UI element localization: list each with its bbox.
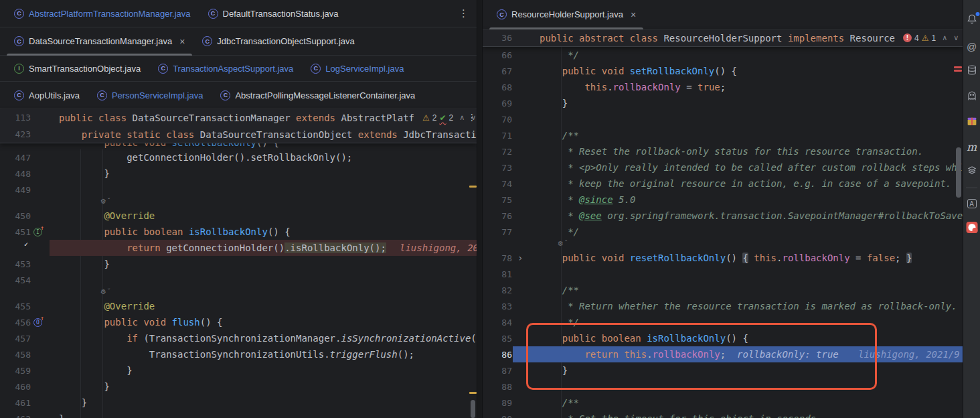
code-line[interactable]: 455 @Override (0, 298, 477, 314)
code-line[interactable]: 76 * @see org.springframework.transactio… (483, 208, 963, 224)
code-line[interactable]: 70 (483, 111, 963, 127)
implements-marker-icon[interactable]: I↑ (33, 228, 42, 236)
editor-tab[interactable]: CDataSourceTransactionManager.java× (5, 27, 193, 55)
editor-tab[interactable]: CAbstractPollingMessageListenerContainer… (212, 82, 424, 109)
sticky-code-line[interactable]: 36public abstract class ResourceHolderSu… (483, 29, 963, 46)
left-vertical-scrollbar[interactable] (471, 400, 475, 418)
editor-tab[interactable]: CResourceHolderSupport.java× (488, 0, 645, 29)
overrides-marker-icon[interactable]: O↑ (33, 318, 42, 327)
prev-marker-chevron-icon[interactable]: ∧ (459, 113, 465, 122)
code-line[interactable]: 458 TransactionSynchronizationUtils.trig… (0, 346, 477, 362)
error-icon[interactable]: ! (903, 33, 912, 42)
code-line[interactable]: 78› public void resetRollbackOnly() { th… (483, 250, 963, 266)
warning-icon[interactable]: ⚠ (422, 113, 430, 123)
tab-options-kebab-icon[interactable]: ⋮ (456, 7, 471, 19)
code-line[interactable]: 450 @Override (0, 208, 477, 224)
code-line[interactable]: 86 return this.rollbackOnly; rollbackOnl… (483, 346, 963, 362)
close-tab-icon[interactable]: × (631, 10, 636, 19)
code-line[interactable]: 457 if (TransactionSynchronizationManage… (0, 330, 477, 346)
code-vision-inlay-icon[interactable]: ⚙ˇ (558, 240, 567, 247)
close-tab-icon[interactable]: × (179, 37, 185, 46)
code-line[interactable]: 449 (0, 182, 477, 198)
code-line[interactable]: 454 (0, 272, 477, 288)
code-line[interactable]: 81 (483, 266, 963, 282)
fold-arrow-icon[interactable]: › (515, 253, 523, 263)
code-line[interactable]: 459 } (0, 362, 477, 378)
code-vision-inlay-icon[interactable]: ⚙ˇ (100, 198, 110, 205)
code-line[interactable]: 68 this.rollbackOnly = true; (483, 79, 963, 95)
code-line[interactable]: 82 /** (483, 282, 963, 298)
code-line[interactable]: 451I↑ public boolean isRollbackOnly() { (0, 224, 477, 240)
code-line[interactable]: 69 } (483, 95, 963, 111)
code-line[interactable]: 75 * @since 5.0 (483, 192, 963, 208)
maven-icon[interactable]: m (967, 141, 977, 153)
ghost-plugin-icon[interactable] (966, 90, 977, 101)
line-number: 453 (0, 259, 33, 269)
code-line[interactable]: 72 * Reset the rollback-only status for … (483, 143, 963, 159)
code-line[interactable]: 447 getConnectionHolder().setRollbackOnl… (0, 149, 477, 165)
code-text: } (531, 365, 568, 376)
line-number: 74 (483, 179, 515, 189)
code-line[interactable]: 73 * <p>Only really intended to be calle… (483, 159, 963, 176)
code-line[interactable]: 67 public void setRollbackOnly() { (483, 63, 963, 79)
line-number: ✓ (0, 243, 33, 253)
warning-icon[interactable]: ⚠ (922, 33, 929, 43)
editor-tab[interactable]: CLogServiceImpl.java (302, 56, 412, 81)
class-file-icon: C (14, 90, 24, 100)
ai-swirl-icon[interactable]: @ (967, 41, 977, 52)
editor-tab[interactable]: CAopUtils.java (5, 82, 88, 109)
code-line[interactable]: 461 } (0, 395, 477, 411)
sticky-code-line[interactable]: 113public class DataSourceTransactionMan… (0, 109, 477, 126)
prev-marker-chevron-icon[interactable]: ∧ (942, 33, 947, 42)
code-text: /** (531, 397, 579, 408)
code-line[interactable]: 90 * Set the timeout for this object in … (483, 411, 963, 418)
notifications-bell-icon[interactable] (966, 13, 977, 25)
code-line[interactable]: ✓ return getConnectionHolder().isRollbac… (0, 240, 477, 256)
code-line[interactable]: 453 } (0, 256, 477, 272)
line-number: 459 (0, 366, 33, 376)
tab-label: LogServiceImpl.java (325, 64, 404, 74)
code-line[interactable]: 84 */ (483, 314, 963, 330)
editor-tab[interactable]: CTransactionAspectSupport.java (149, 56, 302, 81)
code-line[interactable]: 462} (0, 411, 477, 418)
inlay-row: ⚙ˇ (483, 240, 963, 250)
code-text: public boolean isRollbackOnly() { (531, 333, 748, 344)
code-line[interactable]: 460 } (0, 378, 477, 395)
layers-plugin-icon[interactable] (967, 165, 977, 176)
red-app-plugin-icon[interactable] (966, 222, 977, 233)
translate-plugin-icon[interactable]: A (967, 199, 977, 208)
editor-tab[interactable]: CJdbcTransactionObjectSupport.java (193, 27, 363, 55)
code-line[interactable]: 456O↑ public void flush() { (0, 314, 477, 330)
code-line[interactable]: 87 } (483, 362, 963, 378)
database-icon[interactable] (967, 64, 977, 76)
code-line[interactable]: 71 /** (483, 127, 963, 143)
editor-tab[interactable]: ISmartTransactionObject.java (5, 56, 149, 81)
right-code-rows: 66 */67 public void setRollbackOnly() {6… (483, 47, 963, 418)
check-icon[interactable]: ✔ (439, 113, 446, 123)
editor-tab[interactable]: CAbstractPlatformTransactionManager.java (5, 0, 199, 27)
editor-tab[interactable]: CDefaultTransactionStatus.java (199, 0, 347, 27)
code-line[interactable]: 66 */ (483, 47, 963, 63)
code-line[interactable]: 88 (483, 378, 963, 395)
code-text: * keep the original resource in action, … (531, 178, 951, 189)
code-line[interactable]: 83 * Return whether the resource transac… (483, 298, 963, 314)
sticky-code-line[interactable]: 423 private static class DataSourceTrans… (0, 126, 477, 143)
pane-splitter[interactable] (477, 0, 483, 418)
next-marker-chevron-icon[interactable]: ∨ (953, 33, 959, 42)
code-line[interactable]: 74 * keep the original resource in actio… (483, 176, 963, 192)
package-plugin-icon[interactable] (966, 115, 977, 127)
sticky-kebab-icon[interactable]: ⋮ (467, 112, 477, 123)
line-number: 458 (0, 350, 33, 360)
code-line[interactable]: 448 } (0, 165, 477, 182)
tab-row: CResourceHolderSupport.java× (483, 0, 963, 29)
right-vertical-scrollbar[interactable] (956, 147, 961, 198)
class-file-icon: C (97, 90, 107, 100)
code-text: * @see org.springframework.transaction.S… (531, 210, 963, 221)
line-number: 455 (0, 301, 33, 311)
code-vision-inlay-icon[interactable]: ⚙ˇ (100, 289, 110, 295)
editor-tab[interactable]: CPersonServiceImpl.java (88, 82, 212, 109)
code-line[interactable]: 77 */ (483, 224, 963, 240)
code-line[interactable]: 89 /** (483, 395, 963, 411)
code-line[interactable]: 85 public boolean isRollbackOnly() { (483, 330, 963, 346)
code-text: if (TransactionSynchronizationManager.is… (52, 333, 477, 344)
